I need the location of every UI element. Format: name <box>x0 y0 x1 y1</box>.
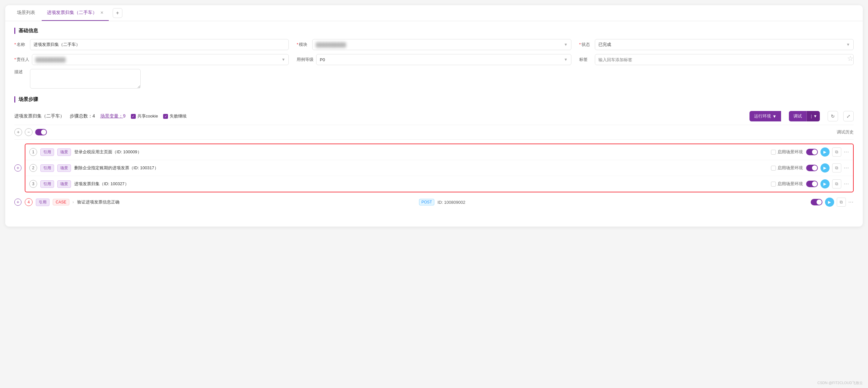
tags-label: 标签 <box>579 57 592 63</box>
owner-arrow-icon: ▼ <box>281 57 285 62</box>
step-tag-quote-3: 引用 <box>40 180 54 188</box>
step-more-btn-3[interactable]: ··· <box>844 181 849 187</box>
priority-select[interactable]: P0 ▼ <box>316 54 571 65</box>
step-content-3: 进项发票归集（ID: 100327） <box>74 181 768 187</box>
steps-header: 进项发票归集（二手车） 步骤总数：4 场景变量：9 ✓ 共享cookie ✓ 失… <box>14 108 854 125</box>
module-arrow-icon: ▼ <box>564 42 568 47</box>
priority-label: 用例等级 <box>297 57 313 63</box>
status-select[interactable]: 已完成 ▼ <box>595 39 854 50</box>
desc-label: 描述 <box>14 69 27 75</box>
share-cookie-checkbox[interactable]: ✓ 共享cookie <box>131 113 158 119</box>
step-toggle-1[interactable] <box>806 149 818 155</box>
tab-scene-list[interactable]: 场景列表 <box>12 5 40 21</box>
status-arrow-icon: ▼ <box>846 42 850 47</box>
env-checkbox-3[interactable] <box>771 182 776 187</box>
step-content-2: 删除企业指定账期的进项发票（ID: 100317） <box>74 165 768 171</box>
step-copy-btn-1[interactable]: ⧉ <box>832 148 841 157</box>
step-tag-case-4: CASE <box>53 199 69 205</box>
star-icon[interactable]: ☆ <box>847 54 854 63</box>
name-label: *名称 <box>14 42 27 47</box>
debug-history-link[interactable]: 调试历史 <box>837 129 854 135</box>
scene-steps-section: 场景步骤 进项发票归集（二手车） 步骤总数：4 场景变量：9 ✓ 共享cooki… <box>14 96 854 208</box>
add-step-icon[interactable]: ＋ <box>14 128 22 136</box>
step-content-1: 登录企税应用主页面（ID: 100009） <box>74 149 768 155</box>
step-more-btn-1[interactable]: ··· <box>844 149 849 155</box>
step-tag-quote-2: 引用 <box>40 164 54 172</box>
step-row-2: 2 引用 场景 删除企业指定账期的进项发票（ID: 100317） 启用场景环境… <box>25 160 853 176</box>
fail-continue-checkbox[interactable]: ✓ 失败继续 <box>163 113 187 119</box>
step-copy-btn-4[interactable]: ⧉ <box>837 198 846 207</box>
add-tab-button[interactable]: + <box>113 8 122 18</box>
step-actions-3: ▶ ⧉ ··· <box>806 180 849 189</box>
scene-name-label: 进项发票归集（二手车） <box>14 113 64 119</box>
owner-field: *责任人 ██████████ ▼ <box>14 54 289 65</box>
tags-input[interactable] <box>595 54 854 65</box>
step-row-1: 1 引用 场景 登录企税应用主页面（ID: 100009） 启用场景环境 ▶ <box>25 144 853 160</box>
http-method-tag-4: POST <box>419 199 434 205</box>
module-label: *模块 <box>297 42 310 47</box>
step-more-btn-4[interactable]: ··· <box>848 199 854 205</box>
step-play-btn-1[interactable]: ▶ <box>820 148 830 157</box>
step-add-btn-1[interactable]: ＋ <box>14 164 22 171</box>
env-checkbox-2[interactable] <box>771 166 776 170</box>
tab-close-icon[interactable]: ✕ <box>100 10 103 15</box>
step-tag-quote-1: 引用 <box>40 149 54 156</box>
step-env-check-3[interactable]: 启用场景环境 <box>771 181 803 187</box>
module-select[interactable]: ██████████ ▼ <box>312 39 571 50</box>
step-tag-quote-4: 引用 <box>36 199 50 206</box>
debug-button[interactable]: 调试 <box>789 111 806 121</box>
description-input[interactable] <box>30 69 141 89</box>
steps-red-border: 1 引用 场景 登录企税应用主页面（ID: 100009） 启用场景环境 ▶ <box>25 143 854 192</box>
form-row-3: 描述 <box>14 69 854 89</box>
step-tag-scene-2: 场景 <box>57 164 71 172</box>
step-row-outer-4: ＋ 4 引用 CASE › 验证进项发票信息正确 POST ID: 100809… <box>14 196 854 208</box>
step-num-3: 3 <box>29 180 37 188</box>
form-row-2: *责任人 ██████████ ▼ 用例等级 P0 ▼ 标签 <box>14 54 854 65</box>
form-row-1: *名称 *模块 ██████████ ▼ *状态 <box>14 39 854 50</box>
module-field: *模块 ██████████ ▼ <box>297 39 571 50</box>
debug-arrow-button[interactable]: ｜▼ <box>806 111 820 121</box>
expand-button[interactable]: ⤢ <box>843 111 854 121</box>
remove-step-icon[interactable]: － <box>25 128 33 136</box>
run-env-group: 运行环境 ▼ <box>749 111 781 121</box>
step-play-btn-4[interactable]: ▶ <box>825 198 834 207</box>
step-id-4: ID: 100809002 <box>438 200 465 205</box>
step-play-btn-3[interactable]: ▶ <box>820 180 830 189</box>
name-input[interactable] <box>30 39 289 50</box>
step-env-check-2[interactable]: 启用场景环境 <box>771 165 803 171</box>
basic-info-title: 基础信息 <box>14 28 854 34</box>
step-num-2: 2 <box>29 164 37 172</box>
name-field: *名称 <box>14 39 289 50</box>
step-play-btn-2[interactable]: ▶ <box>820 163 830 172</box>
step-copy-btn-2[interactable]: ⧉ <box>832 163 841 172</box>
step-actions-4: ▶ ⧉ ··· <box>811 198 854 207</box>
step-tag-scene-3: 场景 <box>57 180 71 188</box>
selected-steps-group: ＋ 1 引用 场景 登录企税应用主页面（ID: 100009） 启用场景环境 <box>14 142 854 194</box>
tab-invoice[interactable]: 进项发票归集（二手车） ✕ <box>42 5 109 21</box>
step-content-4: 验证进项发票信息正确 <box>77 199 416 205</box>
env-checkbox-1[interactable] <box>771 150 776 155</box>
step-row-outer-1: ＋ 1 引用 场景 登录企税应用主页面（ID: 100009） 启用场景环境 <box>14 142 854 194</box>
step-add-btn-4[interactable]: ＋ <box>14 199 22 206</box>
scene-var-link[interactable]: 场景变量： <box>100 113 123 119</box>
scene-steps-title: 场景步骤 <box>14 96 854 102</box>
refresh-button[interactable]: ↻ <box>828 111 838 121</box>
step-expand-icon-4[interactable]: › <box>72 200 74 204</box>
step-env-check-1[interactable]: 启用场景环境 <box>771 149 803 155</box>
step-actions-2: ▶ ⧉ ··· <box>806 163 849 172</box>
step-toggle-3[interactable] <box>806 181 818 187</box>
all-toggle[interactable] <box>35 129 47 135</box>
step-toggle-4[interactable] <box>811 199 823 205</box>
step-num-1: 1 <box>29 148 37 156</box>
status-label: *状态 <box>579 42 592 47</box>
step-tag-scene-1: 场景 <box>57 149 71 156</box>
owner-select[interactable]: ██████████ ▼ <box>32 54 289 65</box>
step-toggle-2[interactable] <box>806 165 818 171</box>
step-more-btn-2[interactable]: ··· <box>844 165 849 171</box>
main-content: ☆ 基础信息 *名称 *模块 ██████████ ▼ <box>5 21 863 222</box>
debug-group: 调试 ｜▼ <box>789 111 820 121</box>
tab-bar: 场景列表 进项发票归集（二手车） ✕ + <box>5 5 863 21</box>
step-copy-btn-3[interactable]: ⧉ <box>832 180 841 189</box>
step-num-4: 4 <box>25 198 33 206</box>
run-env-button[interactable]: 运行环境 ▼ <box>749 111 781 121</box>
